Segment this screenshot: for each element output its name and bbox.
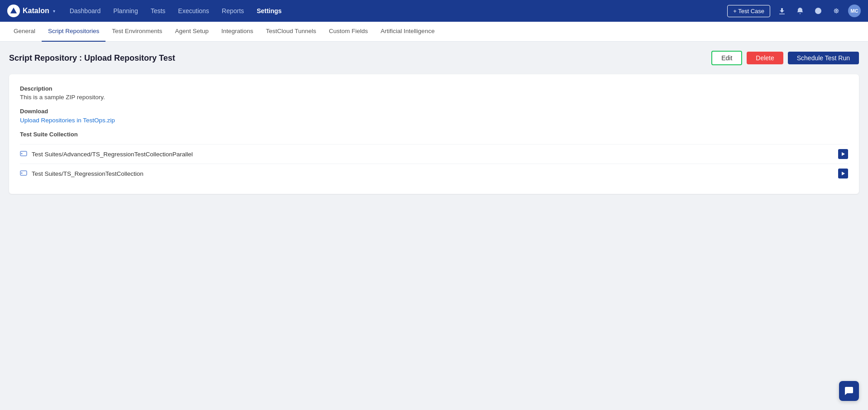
suite-row-left-2: Test Suites/TS_RegressionTestCollection (20, 169, 144, 178)
details-card: Description This is a sample ZIP reposit… (9, 74, 859, 194)
play-button-2[interactable] (838, 169, 848, 178)
table-row: Test Suites/Advanced/TS_RegressionTestCo… (20, 144, 848, 164)
download-icon[interactable] (776, 5, 788, 17)
katalon-logo-icon (7, 5, 20, 17)
history-icon[interactable] (812, 5, 825, 17)
brand-name: Katalon (23, 7, 49, 15)
tab-artificial-intelligence[interactable]: Artificial Intelligence (374, 22, 441, 42)
user-avatar[interactable]: MC (848, 5, 861, 17)
download-label: Download (20, 108, 848, 115)
suite-icon-2 (20, 169, 27, 178)
tab-agent-setup[interactable]: Agent Setup (168, 22, 215, 42)
play-button-1[interactable] (838, 149, 848, 159)
header-actions: Edit Delete Schedule Test Run (711, 51, 859, 65)
suite-name-2: Test Suites/TS_RegressionTestCollection (32, 170, 144, 177)
schedule-test-run-button[interactable]: Schedule Test Run (788, 52, 859, 64)
nav-settings[interactable]: Settings (257, 5, 282, 16)
tab-script-repositories[interactable]: Script Repositories (42, 22, 106, 42)
brand-chevron: ▾ (53, 9, 55, 14)
page-title: Script Repository : Upload Repository Te… (9, 53, 175, 63)
delete-button[interactable]: Delete (747, 52, 783, 64)
nav-executions[interactable]: Executions (178, 5, 209, 16)
notifications-icon[interactable] (794, 5, 806, 17)
edit-button[interactable]: Edit (711, 51, 742, 65)
add-test-case-button[interactable]: + Test Case (727, 5, 770, 17)
nav-logo[interactable]: Katalon ▾ (7, 5, 55, 17)
svg-marker-3 (842, 152, 845, 156)
page-header: Script Repository : Upload Repository Te… (9, 51, 859, 65)
tab-general[interactable]: General (7, 22, 42, 42)
top-nav: Katalon ▾ Dashboard Planning Tests Execu… (0, 0, 868, 22)
nav-tests[interactable]: Tests (151, 5, 166, 16)
svg-marker-6 (842, 172, 845, 175)
tab-custom-fields[interactable]: Custom Fields (322, 22, 374, 42)
svg-point-2 (21, 153, 23, 154)
svg-marker-0 (10, 8, 17, 14)
sub-nav: General Script Repositories Test Environ… (0, 22, 868, 42)
download-link[interactable]: Upload Repositories in TestOps.zip (20, 117, 115, 124)
main-content: Script Repository : Upload Repository Te… (0, 42, 868, 203)
svg-point-5 (21, 172, 23, 174)
tab-test-environments[interactable]: Test Environments (106, 22, 168, 42)
suite-name-1: Test Suites/Advanced/TS_RegressionTestCo… (32, 151, 193, 158)
description-label: Description (20, 85, 848, 92)
nav-dashboard[interactable]: Dashboard (70, 5, 101, 16)
suite-collection-label: Test Suite Collection (20, 131, 848, 138)
tab-integrations[interactable]: Integrations (215, 22, 260, 42)
table-row: Test Suites/TS_RegressionTestCollection (20, 164, 848, 183)
suite-icon-1 (20, 150, 27, 159)
description-value: This is a sample ZIP repository. (20, 94, 848, 101)
suite-row-left-1: Test Suites/Advanced/TS_RegressionTestCo… (20, 150, 193, 159)
tab-testcloud-tunnels[interactable]: TestCloud Tunnels (259, 22, 322, 42)
nav-planning[interactable]: Planning (113, 5, 138, 16)
nav-links: Dashboard Planning Tests Executions Repo… (70, 5, 728, 16)
nav-right: + Test Case MC (727, 5, 861, 17)
settings-icon[interactable] (830, 5, 843, 17)
nav-reports[interactable]: Reports (222, 5, 244, 16)
